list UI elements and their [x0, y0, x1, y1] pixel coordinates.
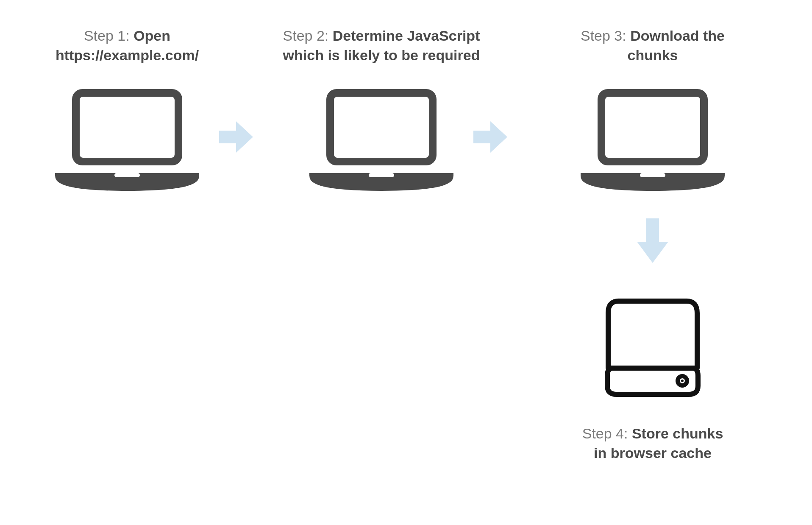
arrow-right-icon: [217, 118, 255, 156]
step-2-caption: Step 2: Determine JavaScript which is li…: [254, 26, 509, 65]
step-2-bold-line1: Determine JavaScript: [333, 28, 480, 44]
step-3-caption: Step 3: Download the chunks: [551, 26, 754, 65]
arrow-down-icon: [634, 216, 672, 267]
step-1-prefix: Step 1:: [84, 28, 133, 44]
svg-rect-1: [80, 97, 175, 158]
step-3-bold-line1: Download the: [630, 28, 725, 44]
step-1-bold-line2: https://example.com/: [56, 47, 199, 63]
step-4-caption: Step 4: Store chunks in browser cache: [551, 424, 754, 463]
svg-rect-5: [369, 173, 394, 177]
step-2-bold-line2: which is likely to be required: [283, 47, 480, 63]
step-1-caption: Step 1: Open https://example.com/: [25, 26, 229, 65]
laptop-icon: [305, 85, 458, 195]
svg-rect-8: [640, 173, 665, 177]
step-4-bold-line2: in browser cache: [594, 445, 712, 461]
step-3-prefix: Step 3:: [581, 28, 630, 44]
svg-rect-2: [114, 173, 140, 177]
arrow-right-icon: [471, 118, 509, 156]
diagram-canvas: Step 1: Open https://example.com/ Step 2…: [0, 0, 812, 525]
step-2-prefix: Step 2:: [283, 28, 333, 44]
step-3-bold-line2: chunks: [627, 47, 678, 63]
step-4-prefix: Step 4:: [582, 425, 632, 441]
svg-point-10: [681, 380, 684, 382]
svg-rect-4: [334, 97, 429, 158]
laptop-icon: [576, 85, 729, 195]
svg-rect-7: [605, 97, 700, 158]
hard-drive-icon: [604, 297, 701, 399]
step-1-bold-line1: Open: [133, 28, 170, 44]
step-4-bold-line1: Store chunks: [632, 425, 723, 441]
laptop-icon: [51, 85, 203, 195]
